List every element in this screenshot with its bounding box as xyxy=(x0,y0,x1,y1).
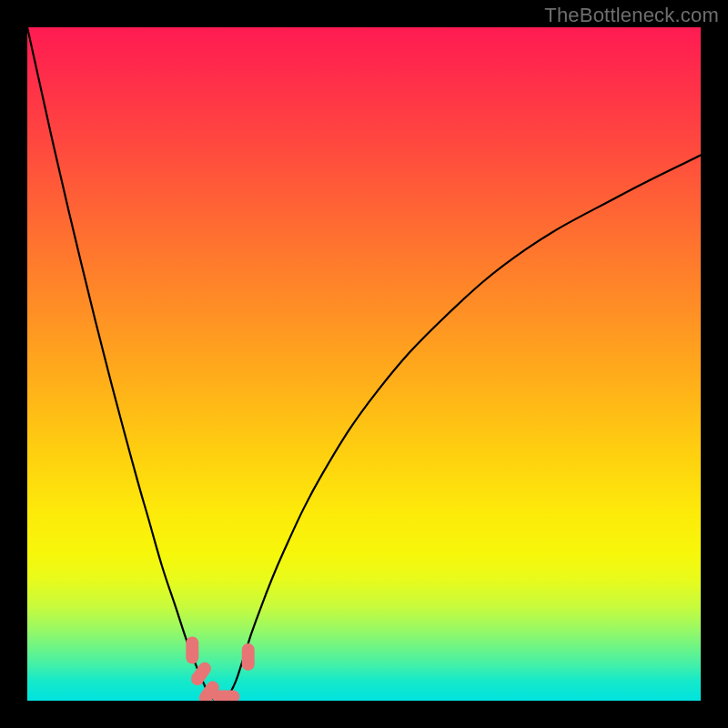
marker-layer xyxy=(27,27,701,701)
data-marker xyxy=(186,637,198,664)
marker-group xyxy=(186,637,254,702)
chart-stage: TheBottleneck.com xyxy=(0,0,728,728)
watermark-text: TheBottleneck.com xyxy=(544,4,719,27)
data-marker xyxy=(242,643,255,671)
plot-area xyxy=(27,27,701,701)
data-marker xyxy=(212,691,239,701)
